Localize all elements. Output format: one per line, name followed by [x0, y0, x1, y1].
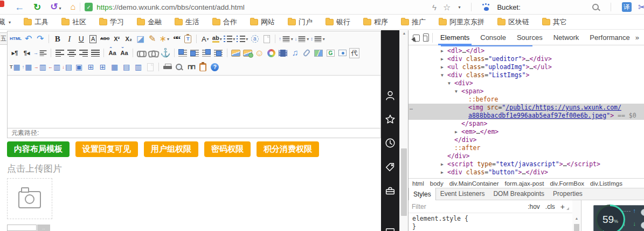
- italic-button[interactable]: I: [64, 33, 75, 45]
- breadcrumb-item[interactable]: div.FormBox: [550, 180, 584, 187]
- merge-cells-button[interactable]: ▣: [73, 62, 85, 73]
- styles-tab-event-listeners[interactable]: Event Listeners: [436, 188, 489, 200]
- new-style-rule-button[interactable]: +: [560, 202, 565, 211]
- site-security-shield-icon[interactable]: [85, 3, 93, 11]
- bookmark-folder[interactable]: 工具: [24, 17, 49, 27]
- insert-video-button[interactable]: [278, 47, 289, 59]
- table-rows-button[interactable]: ▤: [121, 62, 132, 73]
- back-icon[interactable]: ←: [15, 2, 24, 12]
- home-icon[interactable]: ⌂: [71, 3, 76, 11]
- style-rule-open[interactable]: element.style {: [412, 215, 572, 223]
- paste-text-button[interactable]: T: [182, 33, 193, 45]
- attachment-button[interactable]: [301, 47, 313, 59]
- tag-icon[interactable]: [384, 161, 396, 173]
- paw-extension-icon[interactable]: [482, 3, 490, 11]
- unlink-button[interactable]: [148, 47, 159, 59]
- line-height-button[interactable]: ↕▾: [310, 33, 326, 45]
- filter-input[interactable]: Filter: [412, 203, 522, 210]
- breadcrumb-item[interactable]: div.MainContainer: [449, 180, 499, 187]
- tree-line[interactable]: ▶<ul class="uploadImg">…</ul>: [408, 63, 644, 71]
- image-float-right-button[interactable]: [201, 47, 212, 59]
- undo-button[interactable]: ↶: [23, 33, 34, 45]
- content-layout-template-button[interactable]: 内容布局模板: [7, 141, 70, 157]
- breadcrumb-item[interactable]: form.ajax-post: [505, 180, 544, 187]
- breadcrumb-item[interactable]: div.ListImgs: [590, 180, 622, 187]
- insert-music-button[interactable]: ♫: [289, 47, 301, 59]
- to-uppercase-button[interactable]: Aa: [107, 47, 118, 59]
- to-lowercase-button[interactable]: Aa: [119, 47, 130, 59]
- bookmark-star-icon[interactable]: ☆: [443, 2, 451, 12]
- multi-image-upload-button[interactable]: [242, 47, 253, 59]
- translate-icon[interactable]: 译: [622, 2, 632, 12]
- align-justify-button[interactable]: [89, 47, 101, 59]
- bookmark-folder[interactable]: 合作: [212, 17, 237, 27]
- arrow-down-icon[interactable]: ↓: [633, 220, 636, 227]
- insert-row-after-button[interactable]: ⊞: [85, 62, 96, 73]
- insert-column-after-button[interactable]: ⊞: [97, 62, 108, 73]
- lightning-icon[interactable]: ϟ: [432, 3, 437, 12]
- insert-map-button[interactable]: [313, 47, 324, 59]
- superscript-button[interactable]: X²: [111, 33, 122, 45]
- tab-elements[interactable]: Elements: [435, 30, 475, 45]
- preview-button[interactable]: [174, 62, 185, 73]
- styles-tab-styles[interactable]: Styles: [408, 188, 436, 200]
- tree-line[interactable]: ▼<div class="ListImgs">: [408, 71, 644, 79]
- print-button[interactable]: [162, 62, 173, 73]
- table-header-button[interactable]: ↑▦: [22, 62, 33, 73]
- favorites-partial[interactable]: 藏 ▾: [0, 17, 11, 27]
- styles-tab-dom-breakpoints[interactable]: DOM Breakpoints: [489, 188, 549, 200]
- tab-performance[interactable]: Performance: [584, 30, 635, 45]
- editor-content-area[interactable]: [8, 76, 380, 128]
- delete-cells-button[interactable]: ↓▤: [61, 62, 73, 73]
- insert-table-button[interactable]: T▦: [9, 62, 21, 73]
- font-border-button[interactable]: A: [87, 33, 99, 45]
- underline-button[interactable]: U: [75, 33, 87, 45]
- unordered-list-button[interactable]: ▾: [236, 33, 248, 45]
- align-center-button[interactable]: [66, 47, 77, 59]
- anchor-button[interactable]: ⚓: [160, 47, 171, 59]
- html-source-button[interactable]: HTML: [9, 33, 22, 45]
- style-rule-close[interactable]: }: [412, 223, 572, 231]
- strikethrough-button[interactable]: ABC: [99, 33, 110, 45]
- highlight-color-button[interactable]: ab▾: [211, 33, 223, 45]
- tree-line[interactable]: ▼<div>: [408, 79, 644, 87]
- partial-icon[interactable]: [384, 227, 396, 231]
- eraser-button[interactable]: ◪: [135, 33, 146, 45]
- find-replace-button[interactable]: ⊓⊓: [185, 62, 197, 73]
- table-columns-button[interactable]: ▥: [133, 62, 144, 73]
- chevron-down-icon[interactable]: ▾: [458, 5, 460, 10]
- bookmark-folder[interactable]: 生活: [175, 17, 199, 27]
- bookmark-folder[interactable]: 推广: [401, 17, 426, 27]
- edge-side-tab[interactable]: 五: [0, 32, 8, 45]
- star-icon[interactable]: [384, 113, 396, 125]
- tree-line[interactable]: ▼<span>: [408, 87, 644, 96]
- image-inline-button[interactable]: [189, 47, 200, 59]
- upload-path-input[interactable]: [7, 225, 37, 231]
- format-painter-button[interactable]: ✎: [147, 33, 158, 45]
- scrollbar-thumb[interactable]: [574, 224, 579, 231]
- tab-console[interactable]: Console: [475, 30, 511, 45]
- font-color-button[interactable]: A▾: [199, 33, 211, 45]
- redo-button[interactable]: ↷: [34, 33, 46, 45]
- search-icon[interactable]: [592, 3, 600, 11]
- scrollbar-thumb[interactable]: [401, 148, 407, 216]
- tree-line[interactable]: </div>: [408, 136, 644, 144]
- insert-column-button[interactable]: ←▥: [47, 62, 61, 73]
- link-button[interactable]: [136, 47, 147, 59]
- password-permission-button[interactable]: 密码权限: [204, 141, 251, 157]
- tab-sources[interactable]: Sources: [511, 30, 548, 45]
- tab-network[interactable]: Network: [548, 30, 585, 45]
- ordered-list-button[interactable]: ▾: [223, 33, 236, 45]
- bookmark-folder[interactable]: 网站: [250, 17, 275, 27]
- points-consume-permission-button[interactable]: 积分消费权限: [257, 141, 319, 157]
- bookmark-folder[interactable]: 社区: [61, 17, 86, 27]
- tree-line[interactable]: a888bbacdbf1e996aab5eaf97ef00e6b.jpeg"> …: [408, 112, 644, 120]
- scroll-up-icon[interactable]: ▲: [572, 216, 581, 220]
- tree-line[interactable]: </div>: [408, 152, 644, 160]
- tree-line[interactable]: ▶<div class="ueditor">…</div>: [408, 55, 644, 63]
- bookmark-folder[interactable]: 金融: [137, 17, 162, 27]
- user-group-permission-button[interactable]: 用户组权限: [144, 141, 198, 157]
- template-button[interactable]: [197, 62, 209, 73]
- scissors-icon[interactable]: ✂: [638, 2, 644, 13]
- table-full-border-button[interactable]: ▦: [109, 62, 120, 73]
